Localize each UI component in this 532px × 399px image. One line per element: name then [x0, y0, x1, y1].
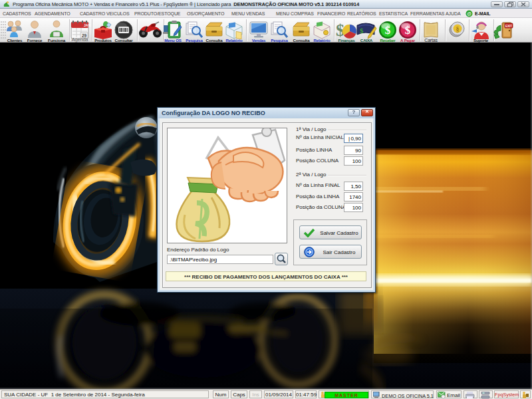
svg-text:JAN: JAN	[84, 23, 90, 27]
svg-text:$: $	[405, 24, 411, 37]
svg-text:EXIT: EXIT	[505, 25, 512, 28]
svg-text:$: $	[385, 24, 391, 37]
svg-text:§: §	[456, 25, 460, 33]
svg-text:@: @	[467, 11, 471, 16]
svg-text:$: $	[360, 27, 364, 35]
